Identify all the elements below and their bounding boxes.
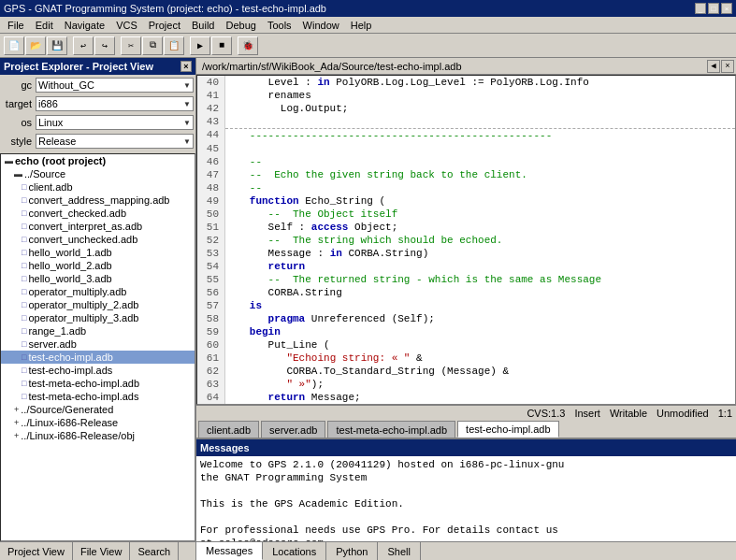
tree-item[interactable]: □test-echo-impl.adb bbox=[1, 351, 195, 364]
tree-item[interactable]: □hello_world_1.adb bbox=[1, 246, 195, 259]
menu-window[interactable]: Window bbox=[297, 19, 345, 32]
menu-vcs[interactable]: VCS bbox=[110, 19, 143, 32]
editor-tab-server-adb[interactable]: server.adb bbox=[261, 421, 325, 438]
path-close-button[interactable]: × bbox=[721, 60, 734, 73]
tree-item[interactable]: □test-meta-echo-impl.ads bbox=[1, 390, 195, 403]
setting-combo-gc[interactable]: Without_GC▼ bbox=[36, 78, 194, 93]
tree-item-label: convert_address_mapping.adb bbox=[28, 194, 169, 206]
tree-item-label: range_1.adb bbox=[28, 325, 86, 337]
combo-arrow-icon: ▼ bbox=[183, 137, 191, 146]
project-explorer-close[interactable]: × bbox=[180, 61, 192, 72]
file-icon: □ bbox=[22, 352, 26, 362]
project-tree[interactable]: ▬echo (root project)▬../Source□client.ad… bbox=[0, 153, 195, 541]
menu-help[interactable]: Help bbox=[345, 19, 378, 32]
paste-button[interactable]: 📋 bbox=[164, 36, 184, 55]
tree-item[interactable]: □test-meta-echo-impl.adb bbox=[1, 377, 195, 390]
menu-edit[interactable]: Edit bbox=[30, 19, 59, 32]
build-button[interactable]: ▶ bbox=[190, 36, 210, 55]
path-back-button[interactable]: ◀ bbox=[707, 60, 720, 73]
code-line: 42 Log.Output; bbox=[197, 102, 735, 115]
line-content: pragma Unreferenced (Self); bbox=[225, 312, 435, 325]
menu-tools[interactable]: Tools bbox=[262, 19, 297, 32]
tree-item[interactable]: +../Linux-i686-Release bbox=[1, 416, 195, 429]
messages-tab-shell[interactable]: Shell bbox=[378, 542, 420, 560]
menu-file[interactable]: File bbox=[2, 19, 30, 32]
tree-item[interactable]: □convert_checked.adb bbox=[1, 207, 195, 220]
tree-item[interactable]: ▬../Source bbox=[1, 167, 195, 180]
close-button[interactable]: × bbox=[721, 3, 732, 14]
redo-button[interactable]: ↪ bbox=[94, 36, 115, 55]
plus-icon: + bbox=[14, 418, 19, 427]
tree-item[interactable]: □server.adb bbox=[1, 337, 195, 351]
messages-tab-messages[interactable]: Messages bbox=[196, 542, 263, 560]
message-line: the GNAT Programming System bbox=[200, 471, 732, 484]
left-tab-search[interactable]: Search bbox=[130, 542, 179, 560]
maximize-button[interactable]: □ bbox=[708, 3, 719, 14]
file-icon: □ bbox=[22, 339, 26, 349]
menu-build[interactable]: Build bbox=[186, 19, 220, 32]
tree-item-label: ../Source bbox=[24, 168, 65, 179]
line-number: 41 bbox=[197, 89, 225, 102]
cut-button[interactable]: ✂ bbox=[121, 36, 141, 55]
tree-item[interactable]: □convert_interpret_as.adb bbox=[1, 220, 195, 233]
line-number: 46 bbox=[197, 155, 225, 168]
messages-tab-locations[interactable]: Locations bbox=[263, 542, 326, 560]
tree-item[interactable]: □hello_world_3.adb bbox=[1, 272, 195, 285]
setting-combo-os[interactable]: Linux▼ bbox=[36, 115, 194, 130]
tree-item[interactable]: □convert_unchecked.adb bbox=[1, 233, 195, 246]
tree-item[interactable]: □operator_multiply.adb bbox=[1, 285, 195, 298]
file-icon: □ bbox=[22, 274, 26, 283]
menu-project[interactable]: Project bbox=[143, 19, 186, 32]
new-button[interactable]: 📄 bbox=[4, 36, 24, 55]
setting-row-gc: gcWithout_GC▼ bbox=[2, 77, 194, 93]
line-number: 54 bbox=[197, 260, 225, 273]
file-icon: □ bbox=[22, 182, 26, 192]
tree-item[interactable]: +../Linux-i686-Release/obj bbox=[1, 429, 195, 442]
line-number: 43 bbox=[197, 115, 225, 128]
menu-debug[interactable]: Debug bbox=[220, 19, 261, 32]
setting-label-style: style bbox=[2, 136, 36, 147]
editor-tab-test-echo-impl-adb[interactable]: test-echo-impl.adb bbox=[457, 421, 559, 438]
code-editor[interactable]: 40 Level : in PolyORB.Log.Log_Level := P… bbox=[196, 75, 736, 405]
tree-item[interactable]: □range_1.adb bbox=[1, 324, 195, 337]
plus-icon: + bbox=[14, 431, 19, 440]
line-content: begin bbox=[225, 325, 281, 338]
setting-combo-target[interactable]: i686▼ bbox=[36, 96, 194, 111]
messages-content[interactable]: Welcome to GPS 2.1.0 (20041129) hosted o… bbox=[196, 456, 736, 541]
file-path-bar: /work/martin/sf/WikiBook_Ada/Source/test… bbox=[196, 58, 736, 75]
setting-row-os: osLinux▼ bbox=[2, 114, 194, 131]
tree-item[interactable]: ▬echo (root project) bbox=[1, 154, 195, 167]
tree-item-label: test-meta-echo-impl.adb bbox=[28, 378, 139, 389]
undo-button[interactable]: ↩ bbox=[73, 36, 94, 55]
line-number: 44 bbox=[197, 128, 225, 142]
line-content: "Echoing string: « " & bbox=[225, 352, 423, 365]
tree-item[interactable]: +../Source/Generated bbox=[1, 403, 195, 416]
messages-tab-python[interactable]: Python bbox=[326, 542, 378, 560]
open-button[interactable]: 📂 bbox=[25, 36, 46, 55]
debug-button[interactable]: 🐞 bbox=[238, 36, 258, 55]
setting-value-gc: Without_GC bbox=[38, 79, 94, 91]
line-content: Level : in PolyORB.Log.Log_Level := Poly… bbox=[225, 76, 589, 89]
minimize-button[interactable]: _ bbox=[695, 3, 706, 14]
left-tab-project-view[interactable]: Project View bbox=[0, 542, 73, 560]
copy-button[interactable]: ⧉ bbox=[142, 36, 163, 55]
line-content: ----------------------------------------… bbox=[225, 128, 735, 142]
tree-item[interactable]: □test-echo-impl.ads bbox=[1, 364, 195, 377]
left-tab-file-view[interactable]: File View bbox=[73, 542, 130, 560]
line-number: 50 bbox=[197, 208, 225, 221]
save-button[interactable]: 💾 bbox=[47, 36, 67, 55]
line-number: 47 bbox=[197, 168, 225, 181]
editor-tab-test-meta-echo-impl-adb[interactable]: test-meta-echo-impl.adb bbox=[327, 421, 455, 438]
tree-item[interactable]: □client.adb bbox=[1, 180, 195, 194]
setting-row-style: styleRelease▼ bbox=[2, 133, 194, 150]
combo-arrow-icon: ▼ bbox=[183, 119, 191, 127]
menu-navigate[interactable]: Navigate bbox=[59, 19, 110, 32]
tree-item[interactable]: □operator_multiply_2.adb bbox=[1, 298, 195, 311]
stop-button[interactable]: ■ bbox=[211, 36, 232, 55]
tree-item[interactable]: □operator_multiply_3.adb bbox=[1, 311, 195, 324]
editor-tab-client-adb[interactable]: client.adb bbox=[198, 421, 259, 438]
setting-combo-style[interactable]: Release▼ bbox=[36, 134, 194, 149]
status-item-3: Unmodified bbox=[657, 408, 709, 419]
tree-item[interactable]: □convert_address_mapping.adb bbox=[1, 194, 195, 207]
tree-item[interactable]: □hello_world_2.adb bbox=[1, 259, 195, 272]
